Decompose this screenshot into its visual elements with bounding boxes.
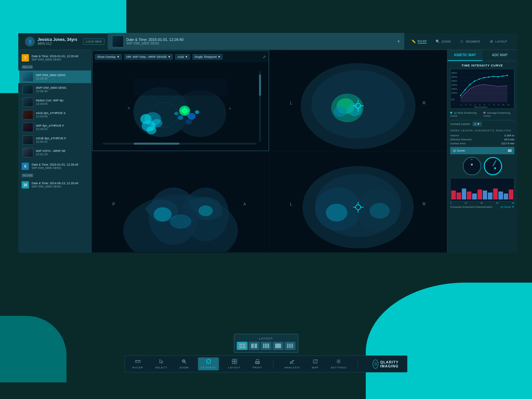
- mri-bl-svg: P A: [92, 152, 269, 252]
- clock-dot-right: [494, 167, 496, 169]
- series-item-4-time: 12:43:04: [36, 115, 88, 118]
- folder-badge-1: 7: [22, 54, 29, 62]
- svg-text:4: 4: [474, 104, 476, 106]
- main-tool-select[interactable]: SELECT: [152, 357, 170, 370]
- viewport-bl-content: P A: [92, 152, 269, 252]
- main-tool-layout[interactable]: LAYOUT: [225, 357, 243, 370]
- main-tool-print[interactable]: PRINT: [250, 357, 265, 370]
- group-1-header[interactable]: 7 Date & Time: 2019-01-01, 12:26:40 WIP …: [18, 53, 91, 63]
- grid-cell-9: [267, 343, 269, 348]
- load-new-button[interactable]: LOAD NEW: [83, 39, 104, 45]
- svg-text:0%: 0%: [451, 98, 455, 101]
- layout-2x2[interactable]: [237, 342, 247, 350]
- ruler-icon: 📏: [411, 39, 416, 44]
- print-label: PRINT: [253, 366, 262, 369]
- show-overlay-dropdown[interactable]: Show Overlay ▼: [95, 54, 122, 60]
- patient-text: Jessica Jones, 34yrs MRN 012: [38, 37, 83, 46]
- layout-tool-btn[interactable]: ⊞ LAYOUT: [487, 38, 509, 45]
- viewport-scrollbar-v[interactable]: [259, 71, 261, 142]
- viewport-scrollbar-h[interactable]: [103, 143, 257, 145]
- main-tool-map[interactable]: MAP: [309, 357, 321, 370]
- series-item-7-time: 12:51:19: [36, 153, 88, 156]
- series-item-7[interactable]: WIP VISTA - MRIP SE 12:51:19: [18, 146, 91, 159]
- series-dropdown-arrow[interactable]: ▼: [397, 40, 400, 43]
- current-lesion-arrow: ▼: [477, 122, 480, 126]
- bar-10: [498, 192, 503, 200]
- qi-score-value: 40: [508, 149, 512, 153]
- svg-rect-110: [235, 359, 237, 361]
- grid-cell-12: [290, 343, 291, 348]
- ruler-main-label: RULER: [132, 366, 143, 369]
- main-tool-zoom[interactable]: ZOOM: [177, 357, 192, 370]
- series-thumb-7: [23, 148, 33, 157]
- series-item-3[interactable]: Motion Corr. WIP dyr 12:43:04: [18, 96, 91, 108]
- qi-score-label: QI Score:: [453, 149, 466, 152]
- svg-text:A: A: [243, 202, 246, 206]
- svg-text:8: 8: [493, 104, 495, 106]
- viewport-br-content: L R: [270, 152, 447, 252]
- svg-point-15: [140, 114, 151, 124]
- series-item-6[interactable]: sSUB dyn_eTHRIVE F 12:44:22: [18, 134, 91, 146]
- viewport-toolbar-top: Show Overlay ▼ MR: WIP Vista - MRIP SENS…: [92, 51, 269, 63]
- svg-point-85: [460, 95, 461, 96]
- segment-tool-btn[interactable]: ⬡ SEGMENT: [457, 38, 482, 45]
- print-icon: [255, 359, 260, 365]
- series-item-2-info: dWP DWI_b800 SENS 12:26:40: [36, 86, 88, 93]
- svg-point-42: [154, 207, 172, 221]
- legend-label-1: QI Most Enhancing Curve: [450, 111, 476, 117]
- svg-point-90: [483, 77, 485, 78]
- settings-icon: [336, 359, 341, 365]
- ruler-tool-btn[interactable]: 📏 RULER: [409, 38, 429, 45]
- series-group-1: 7 Date & Time: 2019-01-01, 12:26:40 WIP …: [18, 53, 91, 159]
- svg-point-14: [152, 119, 163, 127]
- series-item-1[interactable]: WIP DWI_b800 SENS 12:26:40: [18, 70, 91, 83]
- analysis-label: ANALYSIS: [284, 366, 300, 369]
- main-tool-ruler[interactable]: RULER: [130, 357, 146, 370]
- plane-dropdown[interactable]: Axial ▼: [175, 54, 190, 60]
- series-item-3-name: Motion Corr. WIP dyr: [36, 99, 88, 102]
- bar-8: [488, 193, 492, 200]
- group-3-header[interactable]: 10 Date & Time: 2014-06-13, 12:26:40 WIP…: [18, 180, 91, 190]
- tab-adc-map[interactable]: ADC MAP: [482, 50, 517, 61]
- grid-cell-10: [287, 343, 288, 348]
- svg-point-7: [188, 113, 196, 120]
- main-tool-segment[interactable]: SEGMENT: [198, 357, 219, 370]
- legend-dot-1: [450, 112, 452, 114]
- series-item-4[interactable]: sSub dyn_eTHRIVE S 12:43:04: [18, 108, 91, 121]
- layout-1x2[interactable]: [249, 342, 259, 350]
- legend-dot-2: [483, 112, 485, 114]
- zoom-tool-btn[interactable]: 🔍 ZOOM: [433, 38, 452, 45]
- main-tool-settings[interactable]: SETTINGS: [328, 357, 349, 370]
- expand-viewport-icon[interactable]: ⤢: [263, 55, 266, 59]
- group-2-header[interactable]: 5 Date & Time: 2015-01-01, 12:26:40 WIP …: [18, 161, 91, 172]
- mri-tr-svg: L R: [270, 51, 447, 151]
- series-item-2[interactable]: dWP DWI_b800 SENS 12:26:40: [18, 83, 91, 96]
- divider-1: [450, 120, 514, 120]
- bar-x-60: 60: [496, 202, 499, 204]
- group-2-time-badge: 3m 23d: [22, 174, 33, 177]
- series-item-5-time: 12:44:22: [36, 127, 88, 131]
- svg-point-30: [334, 106, 347, 117]
- settings-label: SETTINGS: [331, 366, 346, 369]
- timepoint-dropdown[interactable]: Single Timepoint ▼: [193, 54, 222, 60]
- series-item-1-info: WIP DWI_b800 SENS 12:26:40: [36, 73, 88, 80]
- bar-x-20: 20: [465, 202, 467, 204]
- series-item-5[interactable]: WIP dyn_eTHRIVE F 12:44:22: [18, 121, 91, 134]
- main-tool-analysis[interactable]: ANALYSIS: [282, 357, 303, 370]
- mr-protocol-dropdown[interactable]: MR: WIP Vista - MRIP SENSE ▼: [124, 54, 173, 60]
- tab-kinetic-map[interactable]: KINETIC MAP: [448, 50, 482, 61]
- bar-x-80: 80: [512, 202, 514, 204]
- select-icon: [159, 359, 164, 365]
- layout-1x4[interactable]: [285, 342, 295, 350]
- legend-item-2: Average Enhancing Curve: [483, 111, 514, 117]
- series-item-4-name: sSub dyn_eTHRIVE S: [36, 111, 88, 115]
- chart-svg: 350% 300% 250% 200% 150% 100% 0%: [451, 69, 514, 108]
- svg-text:9: 9: [498, 104, 499, 106]
- group-1-date: Date & Time: 2019-01-01, 12:26:40: [32, 55, 88, 58]
- layout-1x3[interactable]: [261, 342, 271, 350]
- qi-score-dropdown[interactable]: QI Score ▼: [500, 205, 514, 208]
- svg-text:100%: 100%: [451, 92, 457, 94]
- svg-point-8: [178, 115, 184, 120]
- current-lesion-value[interactable]: 1 ▼: [472, 122, 482, 126]
- layout-wide[interactable]: [273, 342, 283, 350]
